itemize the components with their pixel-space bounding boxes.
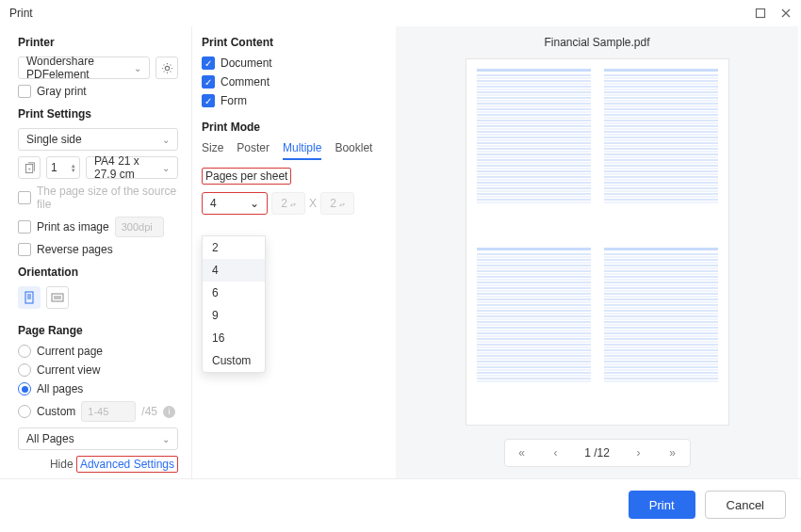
tab-booklet[interactable]: Booklet	[335, 141, 372, 160]
copies-value: 1	[51, 161, 57, 174]
preview-page	[474, 246, 594, 417]
pager-first[interactable]: «	[505, 446, 539, 459]
close-icon[interactable]	[779, 8, 792, 20]
reverse-pages-label: Reverse pages	[37, 243, 113, 256]
gray-print-label: Gray print	[37, 85, 87, 98]
preview-sheet	[466, 58, 729, 426]
comment-label: Comment	[221, 75, 270, 89]
all-pages-radio[interactable]	[18, 382, 31, 395]
svg-rect-7	[52, 294, 63, 301]
hide-label: Hide	[50, 458, 74, 471]
stepper-arrows[interactable]: ▴▾	[72, 163, 75, 172]
pps-value: 4	[210, 197, 217, 210]
pages-per-sheet-select[interactable]: 4 ⌄	[202, 192, 268, 215]
current-page-radio[interactable]	[18, 345, 31, 358]
window-controls	[754, 8, 792, 20]
source-size-label: The page size of the source file	[37, 185, 178, 211]
window-title: Print	[9, 7, 33, 20]
chevron-down-icon: ⌄	[162, 163, 170, 173]
preview-column: Financial Sample.pdf « ‹ 1 /12 › »	[396, 26, 798, 478]
orientation-heading: Orientation	[18, 266, 178, 279]
document-checkbox[interactable]: ✓	[202, 56, 215, 70]
print-settings-heading: Print Settings	[18, 107, 178, 121]
orientation-portrait-button[interactable]	[18, 286, 41, 309]
print-button[interactable]: Print	[629, 491, 695, 519]
titlebar: Print	[0, 0, 801, 26]
copies-input[interactable]: 1 ▴▾	[46, 156, 80, 179]
pages-per-sheet-label: Pages per sheet	[202, 168, 291, 185]
print-content-heading: Print Content	[202, 36, 383, 49]
tab-multiple[interactable]: Multiple	[283, 141, 321, 160]
paper-value: PA4 21 x 27.9 cm	[94, 154, 162, 181]
all-pages-label: All pages	[37, 382, 83, 395]
paper-select[interactable]: PA4 21 x 27.9 cm ⌄	[86, 156, 178, 179]
subset-value: All Pages	[26, 432, 74, 445]
left-column: Printer Wondershare PDFelement ⌄ Gray pr…	[1, 26, 191, 478]
pps-option-16[interactable]: 16	[203, 327, 265, 349]
custom-range-total: /45	[141, 405, 157, 418]
svg-rect-0	[756, 9, 764, 18]
main-content: Printer Wondershare PDFelement ⌄ Gray pr…	[0, 26, 801, 478]
side-select[interactable]: Single side ⌄	[18, 128, 178, 151]
printer-heading: Printer	[18, 36, 178, 49]
tab-size[interactable]: Size	[202, 141, 223, 160]
dpi-input[interactable]: 300dpi	[115, 217, 164, 237]
print-as-image-label: Print as image	[37, 220, 109, 234]
chevron-down-icon: ⌄	[134, 63, 141, 73]
pps-option-4[interactable]: 4	[203, 259, 265, 282]
gear-icon	[161, 62, 173, 74]
current-view-label: Current view	[37, 363, 100, 377]
pager-prev[interactable]: ‹	[539, 446, 573, 459]
current-view-radio[interactable]	[18, 363, 31, 377]
dim-x: X	[309, 197, 317, 210]
print-mode-heading: Print Mode	[202, 121, 383, 134]
chevron-down-icon: ⌄	[162, 135, 170, 145]
side-value: Single side	[26, 133, 82, 146]
comment-checkbox[interactable]: ✓	[202, 75, 215, 89]
svg-rect-3	[25, 292, 33, 303]
dim-cols: 2▴▾	[271, 192, 305, 215]
middle-column: Print Content ✓Document ✓Comment ✓Form P…	[191, 26, 396, 478]
preview-page	[474, 67, 594, 238]
form-label: Form	[221, 94, 247, 107]
pps-option-custom[interactable]: Custom	[203, 349, 265, 372]
mode-tabs: Size Poster Multiple Booklet	[202, 141, 383, 160]
chevron-down-icon: ⌄	[250, 197, 259, 210]
maximize-icon[interactable]	[754, 8, 766, 20]
gray-print-checkbox[interactable]	[18, 85, 31, 98]
document-label: Document	[221, 56, 272, 70]
print-as-image-checkbox[interactable]	[18, 220, 31, 234]
footer: Print Cancel	[0, 478, 801, 530]
printer-settings-button[interactable]	[155, 56, 178, 79]
source-size-checkbox[interactable]	[18, 191, 31, 204]
pps-dropdown: 2 4 6 9 16 Custom	[202, 235, 266, 373]
pps-option-2[interactable]: 2	[203, 236, 265, 259]
printer-value: Wondershare PDFelement	[26, 55, 134, 81]
form-checkbox[interactable]: ✓	[202, 94, 215, 107]
orientation-landscape-button[interactable]	[46, 286, 69, 309]
landscape-icon	[51, 292, 64, 303]
pager-last[interactable]: »	[656, 446, 690, 459]
current-page-label: Current page	[37, 345, 103, 358]
preview-filename: Financial Sample.pdf	[544, 26, 649, 58]
pps-option-9[interactable]: 9	[203, 304, 265, 327]
preview-page	[601, 67, 721, 238]
custom-range-radio[interactable]	[18, 405, 31, 418]
pager-next[interactable]: ›	[622, 446, 656, 459]
svg-text:+: +	[27, 165, 31, 170]
pps-option-6[interactable]: 6	[203, 282, 265, 304]
subset-select[interactable]: All Pages ⌄	[18, 427, 178, 450]
custom-range-label: Custom	[37, 405, 75, 418]
page-range-heading: Page Range	[18, 324, 178, 337]
custom-range-input[interactable]: 1-45	[81, 401, 136, 422]
tab-poster[interactable]: Poster	[237, 141, 270, 160]
cancel-button[interactable]: Cancel	[705, 491, 786, 519]
copies-icon-button[interactable]: +	[18, 156, 41, 179]
portrait-icon	[24, 291, 35, 304]
advanced-settings-link[interactable]: Advanced Settings	[80, 458, 174, 471]
copies-icon: +	[24, 162, 36, 174]
preview-page	[601, 246, 721, 417]
printer-select[interactable]: Wondershare PDFelement ⌄	[18, 56, 150, 79]
dim-rows: 2▴▾	[320, 192, 354, 215]
reverse-pages-checkbox[interactable]	[18, 243, 31, 256]
